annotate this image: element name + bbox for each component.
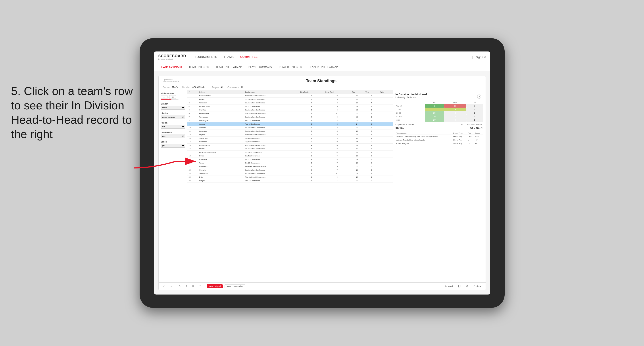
table-row[interactable]: 4 Arizona State Pac-12 Conference 4 9 26…: [188, 105, 393, 108]
timer-button[interactable]: ⏱: [197, 284, 203, 289]
undo-button[interactable]: ↩: [161, 284, 166, 289]
table-row[interactable]: 25 Oregon Pac-12 Conference 5 7 21 0: [188, 179, 393, 182]
nav-committee[interactable]: COMMITTEE: [240, 54, 258, 60]
cell-conference: Pac-12 Conference: [244, 105, 299, 108]
cell-reg-rank: 1: [299, 137, 324, 140]
copy-button[interactable]: ⧉: [191, 284, 196, 289]
table-row[interactable]: 8 Washington Pac-12 Conference 2 8 23 1: [188, 119, 393, 122]
subnav-team-summary[interactable]: TEAM SUMMARY: [158, 64, 185, 70]
cell-reg-rank: 4: [299, 115, 324, 119]
wlt-tie: 1: [466, 111, 483, 115]
dashboard-title: Team Standings: [306, 79, 336, 83]
cell-tour: 1: [364, 112, 379, 115]
table-row[interactable]: 10 Alabama Southeastern Conference 5 8 2…: [188, 126, 393, 130]
table-row[interactable]: 17 East Tennessee State Southern Confere…: [188, 151, 393, 154]
subnav-team-h2h-heatmap[interactable]: TEAM H2H HEATMAP: [213, 64, 245, 70]
cell-tour: 2: [364, 140, 379, 144]
sign-out-button[interactable]: Sign out: [472, 56, 486, 59]
zoom-in-button[interactable]: ⊕: [184, 284, 189, 289]
zoom-out-button[interactable]: ⊖: [177, 284, 182, 289]
region-select[interactable]: N/A: [161, 125, 185, 129]
subnav-player-h2h-grid[interactable]: PLAYER H2H GRID: [276, 64, 305, 70]
subnav-player-summary[interactable]: PLAYER SUMMARY: [246, 64, 275, 70]
cell-win: [379, 175, 392, 179]
cell-conf-rank: 7: [324, 168, 350, 172]
table-row[interactable]: 2 Auburn Southeastern Conference 1 9 27 …: [188, 98, 393, 101]
cell-conf-rank: 7: [324, 161, 350, 165]
table-row[interactable]: 13 Texas Tech Big 12 Conference 1 9 27 2: [188, 137, 393, 140]
wlt-header-row: Win Loss Tie: [396, 101, 483, 104]
table-row[interactable]: 3 Vanderbilt Southeastern Conference 2 8…: [188, 101, 393, 105]
cell-rds: 20: [350, 172, 364, 175]
cell-win: [379, 94, 392, 98]
cell-rank: 25: [188, 179, 198, 182]
division-select[interactable]: NCAA Division I: [161, 115, 185, 119]
tournament-row[interactable]: Arizona Thunderbirds Intercollegiate Str…: [396, 138, 483, 142]
comment-button[interactable]: 💬: [456, 284, 463, 289]
table-row[interactable]: 19 California Pac-12 Conference 4 8 24 2: [188, 158, 393, 161]
range-slider[interactable]: [161, 99, 178, 100]
table-row[interactable]: 23 Texas A&M Southeastern Conference 9 1…: [188, 172, 393, 175]
min-rounds-min-input[interactable]: [161, 95, 168, 99]
col-event-type: Event Type: [452, 132, 467, 135]
col-school: School: [198, 90, 244, 94]
share-button[interactable]: ↗ Share: [472, 284, 483, 289]
cell-rds: 30: [350, 144, 364, 147]
col-conference: Conference: [244, 90, 299, 94]
cell-rds: 27: [350, 137, 364, 140]
table-row[interactable]: 5 Ole Miss Southeastern Conference 3 6 1…: [188, 108, 393, 112]
cell-win: [379, 130, 392, 133]
min-rounds-max-input[interactable]: [169, 95, 176, 99]
cell-reg-rank: 3: [299, 133, 324, 137]
cell-conference: Southeastern Conference: [244, 108, 299, 112]
cell-rank: 17: [188, 151, 198, 154]
cell-school: Florida: [198, 147, 244, 151]
table-row[interactable]: 9 Arizona Pac-12 Conference 3 8 24 2: [188, 122, 393, 126]
cell-reg-rank: 4: [299, 105, 324, 108]
nav-tournaments[interactable]: TOURNAMENTS: [195, 54, 217, 60]
cell-conf-rank: 6: [324, 108, 350, 112]
watch-button[interactable]: 👁 Watch: [443, 284, 455, 289]
cell-rds: 23: [350, 94, 364, 98]
redo-button[interactable]: ↪: [168, 284, 173, 289]
filter-division-group: Division NCAA Division I: [161, 112, 185, 119]
view-original-button[interactable]: View: Original: [207, 284, 223, 288]
wlt-row: 11-25 11 8 0: [396, 108, 483, 111]
cell-rank: 18: [188, 154, 198, 158]
cell-conference: Southeastern Conference: [244, 126, 299, 130]
table-row[interactable]: 16 Florida Southeastern Conference 7 9 2…: [188, 147, 393, 151]
table-row[interactable]: 15 Georgia Tech Atlantic Coast Conferenc…: [188, 144, 393, 147]
panel-header: In Division Head-to-Head University of A…: [396, 93, 483, 101]
tournament-row[interactable]: Cabo Collegiate Stroke Play 11 17: [396, 142, 483, 145]
table-row[interactable]: 7 Tennessee Southeastern Conference 4 6 …: [188, 115, 393, 119]
close-panel-button[interactable]: ✕: [477, 95, 481, 99]
cell-win: [379, 151, 392, 154]
table-row[interactable]: 22 Georgia Southeastern Conference 8 7 2…: [188, 168, 393, 172]
table-row[interactable]: 14 Oklahoma Big 12 Conference 3 9 26 2: [188, 140, 393, 144]
cell-tour: 1: [364, 108, 379, 112]
table-row[interactable]: 11 Arkansas Southeastern Conference 6 8 …: [188, 130, 393, 133]
subnav-team-h2h-grid[interactable]: TEAM H2H GRID: [186, 64, 212, 70]
school-select[interactable]: (All): [161, 144, 185, 148]
table-row[interactable]: 12 Virginia Atlantic Coast Conference 3 …: [188, 133, 393, 137]
table-row[interactable]: 1 North Carolina Atlantic Coast Conferen…: [188, 94, 393, 98]
table-row[interactable]: 6 Florida State Atlantic Coast Conferenc…: [188, 112, 393, 115]
settings-button[interactable]: ⚙: [464, 284, 470, 289]
subnav-player-h2h-heatmap[interactable]: PLAYER H2H HEATMAP: [306, 64, 340, 70]
cell-rds: 20: [350, 161, 364, 165]
cell-conf-rank: 9: [324, 94, 350, 98]
nav-teams[interactable]: TEAMS: [224, 54, 234, 60]
cell-win: [379, 154, 392, 158]
table-row[interactable]: 24 Duke Atlantic Coast Conference 5 9 27…: [188, 175, 393, 179]
cell-event-type: Match Play: [452, 135, 467, 138]
cell-tour: 4: [364, 151, 379, 154]
tournament-row[interactable]: Jackson T. Stephens Cup Men's Match-Play…: [396, 135, 483, 138]
table-row[interactable]: 21 New Mexico Mountain West Conference 1…: [188, 165, 393, 168]
conference-select[interactable]: (All): [161, 134, 185, 138]
save-custom-button[interactable]: Save Custom View: [224, 284, 245, 288]
cell-conference: Pac-12 Conference: [244, 119, 299, 122]
table-row[interactable]: 18 Illinois Big Ten Conference 1 9 23 3: [188, 154, 393, 158]
table-row[interactable]: 20 Texas Big 12 Conference 3 7 20 0: [188, 161, 393, 165]
gender-select[interactable]: Men's: [161, 106, 185, 110]
cell-rds: 27: [350, 175, 364, 179]
